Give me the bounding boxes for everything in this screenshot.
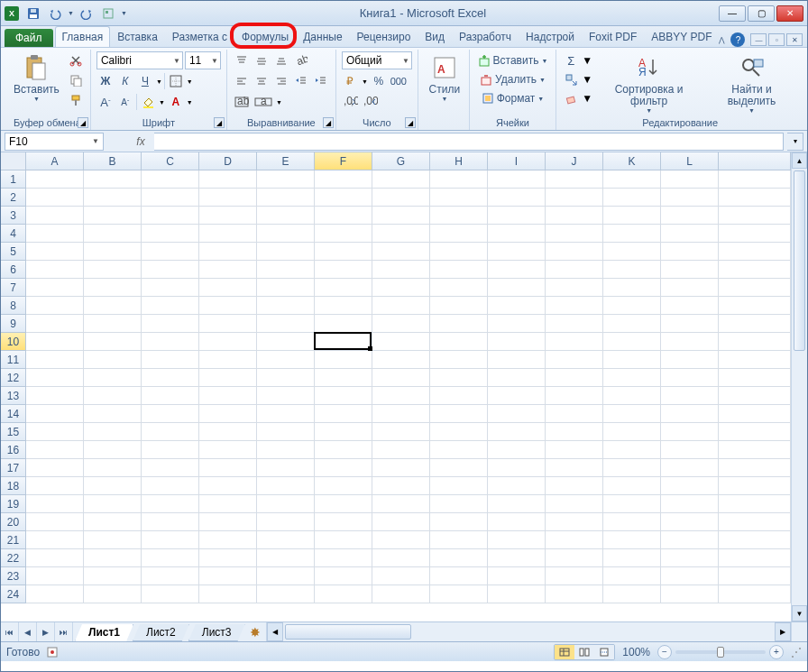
cell[interactable] <box>84 495 142 513</box>
row-header[interactable]: 11 <box>1 351 26 369</box>
cell[interactable] <box>603 549 661 567</box>
tab-формулы[interactable]: Формулы <box>234 26 296 47</box>
alignment-launcher[interactable]: ◢ <box>323 117 334 128</box>
cell[interactable] <box>430 351 488 369</box>
row-header[interactable]: 21 <box>1 531 26 549</box>
cell[interactable] <box>430 423 488 441</box>
sheet-nav-last[interactable]: ⏭ <box>55 622 73 641</box>
cell[interactable] <box>372 315 430 333</box>
cell[interactable] <box>603 405 661 423</box>
ribbon-minimize[interactable]: ⋀ <box>719 36 725 44</box>
cell[interactable] <box>661 351 719 369</box>
cell[interactable] <box>142 387 199 405</box>
cell[interactable] <box>199 279 257 297</box>
underline-button[interactable]: Ч <box>136 72 154 90</box>
cell[interactable] <box>26 567 84 585</box>
row-header[interactable]: 18 <box>1 477 26 495</box>
italic-button[interactable]: К <box>116 72 134 90</box>
cell[interactable] <box>661 441 719 459</box>
cell[interactable] <box>661 243 719 261</box>
cell[interactable] <box>603 261 661 279</box>
tab-foxit pdf[interactable]: Foxit PDF <box>582 26 644 47</box>
cell[interactable] <box>719 369 791 387</box>
save-button[interactable] <box>24 5 42 23</box>
cell[interactable] <box>84 170 142 189</box>
tab-данные[interactable]: Данные <box>296 26 349 47</box>
cell[interactable] <box>719 170 791 189</box>
cell[interactable] <box>430 261 488 279</box>
normal-view-button[interactable] <box>555 645 574 659</box>
cell[interactable] <box>661 423 719 441</box>
cell[interactable] <box>661 495 719 513</box>
cell[interactable] <box>430 387 488 405</box>
column-header[interactable]: K <box>603 152 661 170</box>
cell[interactable] <box>719 441 791 459</box>
cell[interactable] <box>84 279 142 297</box>
cell[interactable] <box>26 477 84 495</box>
cell[interactable] <box>546 567 603 585</box>
cell[interactable] <box>315 405 372 423</box>
cell[interactable] <box>603 297 661 315</box>
cell[interactable] <box>84 261 142 279</box>
cell[interactable] <box>546 333 603 351</box>
cell[interactable] <box>142 261 199 279</box>
cell[interactable] <box>430 459 488 477</box>
column-header[interactable]: G <box>372 152 430 170</box>
cell[interactable] <box>430 189 488 207</box>
cell[interactable] <box>257 297 315 315</box>
cell[interactable] <box>199 477 257 495</box>
cut-button[interactable] <box>67 51 85 69</box>
cell[interactable] <box>719 423 791 441</box>
cell[interactable] <box>372 423 430 441</box>
row-header[interactable]: 14 <box>1 405 26 423</box>
cell[interactable] <box>26 441 84 459</box>
font-color-button[interactable]: A <box>167 93 185 111</box>
cell[interactable] <box>199 297 257 315</box>
cell[interactable] <box>372 333 430 351</box>
percent-button[interactable]: % <box>370 72 388 90</box>
cell[interactable] <box>719 297 791 315</box>
cell[interactable] <box>257 441 315 459</box>
scroll-up-button[interactable]: ▲ <box>792 152 807 169</box>
cell[interactable] <box>26 351 84 369</box>
cell[interactable] <box>142 351 199 369</box>
cell[interactable] <box>603 170 661 189</box>
cell[interactable] <box>257 225 315 243</box>
cell[interactable] <box>315 261 372 279</box>
cell[interactable] <box>546 405 603 423</box>
cell[interactable] <box>26 423 84 441</box>
cell[interactable] <box>84 225 142 243</box>
column-header[interactable]: B <box>84 152 142 170</box>
cell[interactable] <box>257 549 315 567</box>
cell[interactable] <box>315 243 372 261</box>
cell[interactable] <box>142 477 199 495</box>
cell[interactable] <box>257 459 315 477</box>
cell[interactable] <box>430 279 488 297</box>
cell[interactable] <box>142 495 199 513</box>
cell[interactable] <box>315 315 372 333</box>
cell[interactable] <box>26 405 84 423</box>
macro-record-icon[interactable] <box>47 647 58 658</box>
cell[interactable] <box>372 549 430 567</box>
cell[interactable] <box>315 549 372 567</box>
cell[interactable] <box>719 207 791 225</box>
cell[interactable] <box>372 513 430 531</box>
cell[interactable] <box>719 513 791 531</box>
cell[interactable] <box>84 513 142 531</box>
cell[interactable] <box>84 207 142 225</box>
cell[interactable] <box>142 531 199 549</box>
column-header[interactable] <box>719 152 791 170</box>
cell[interactable] <box>488 513 546 531</box>
qat-customize[interactable]: ▼ <box>121 10 127 16</box>
cell[interactable] <box>603 387 661 405</box>
cell[interactable] <box>199 243 257 261</box>
cell[interactable] <box>26 369 84 387</box>
cell[interactable] <box>199 261 257 279</box>
cell[interactable] <box>603 567 661 585</box>
help-icon[interactable]: ? <box>730 32 745 47</box>
cell[interactable] <box>430 531 488 549</box>
undo-dropdown[interactable]: ▼ <box>68 10 74 16</box>
cell[interactable] <box>372 170 430 189</box>
cell[interactable] <box>199 513 257 531</box>
cell[interactable] <box>719 315 791 333</box>
